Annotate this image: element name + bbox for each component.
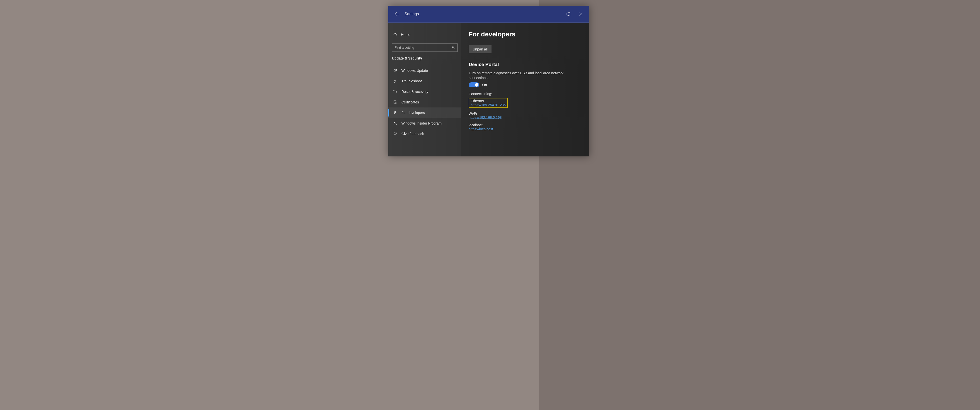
sidebar-item-label: Windows Insider Program <box>401 121 442 125</box>
connection-url-wifi[interactable]: https://192.168.0.168 <box>469 116 582 119</box>
window-title: Settings <box>404 12 419 16</box>
certificate-icon <box>393 100 398 105</box>
back-arrow-icon <box>394 11 400 17</box>
sidebar-item-label: For developers <box>401 111 425 115</box>
svg-rect-8 <box>394 111 395 113</box>
sidebar-item-label: Reset & recovery <box>401 90 428 94</box>
sidebar-home-label: Home <box>401 33 410 37</box>
connection-url-ethernet[interactable]: https://169.254.91.235 <box>471 103 506 107</box>
sidebar-item-windows-update[interactable]: Windows Update <box>388 65 461 76</box>
svg-point-12 <box>395 122 396 123</box>
sidebar-item-label: Windows Update <box>401 68 428 73</box>
device-portal-heading: Device Portal <box>469 62 582 67</box>
wrench-icon <box>393 79 398 83</box>
feedback-icon <box>393 132 398 136</box>
sidebar-item-label: Troubleshoot <box>401 79 422 83</box>
sync-icon <box>393 68 398 73</box>
device-portal-description: Turn on remote diagnostics over USB and … <box>469 71 564 80</box>
back-button[interactable] <box>391 8 403 20</box>
close-icon <box>578 11 583 17</box>
settings-window: Settings <box>388 6 589 156</box>
ethernet-highlight: Ethernet https://169.254.91.235 <box>469 98 508 108</box>
home-icon <box>393 32 398 37</box>
device-portal-toggle[interactable] <box>469 83 479 87</box>
sidebar-item-for-developers[interactable]: For developers <box>388 108 461 118</box>
connection-name-ethernet: Ethernet <box>471 99 506 103</box>
sidebar-item-certificates[interactable]: Certificates <box>388 97 461 108</box>
connection-name-wifi: Wi-Fi <box>469 111 582 116</box>
person-icon <box>393 121 398 126</box>
connect-using-label: Connect using: <box>469 92 582 96</box>
sidebar: Home Update & Security <box>388 23 461 156</box>
follow-me-icon <box>566 11 571 17</box>
developers-icon <box>393 110 398 115</box>
toggle-state-label: On <box>482 83 487 87</box>
search-wrapper <box>388 43 461 56</box>
search-input[interactable] <box>392 43 458 52</box>
toggle-knob <box>475 83 479 87</box>
sidebar-item-label: Certificates <box>401 100 419 104</box>
close-button[interactable] <box>574 8 587 20</box>
sidebar-item-label: Give feedback <box>401 132 424 136</box>
sidebar-home[interactable]: Home <box>388 30 461 39</box>
sidebar-item-insider-program[interactable]: Windows Insider Program <box>388 118 461 129</box>
history-icon <box>393 89 398 94</box>
unpair-all-button[interactable]: Unpair all <box>469 45 492 53</box>
svg-rect-9 <box>395 111 396 113</box>
connection-name-localhost: localhost <box>469 123 582 127</box>
svg-point-7 <box>395 102 396 103</box>
title-bar: Settings <box>388 6 589 23</box>
sidebar-section-label: Update & Security <box>388 56 461 65</box>
main-content: For developers Unpair all Device Portal … <box>461 23 589 156</box>
connection-url-localhost[interactable]: https://localhost <box>469 127 582 131</box>
sidebar-item-troubleshoot[interactable]: Troubleshoot <box>388 76 461 86</box>
sidebar-item-reset-recovery[interactable]: Reset & recovery <box>388 86 461 97</box>
follow-me-button[interactable] <box>563 8 574 20</box>
svg-point-13 <box>394 133 395 134</box>
page-heading: For developers <box>469 30 582 38</box>
sidebar-item-give-feedback[interactable]: Give feedback <box>388 129 461 139</box>
